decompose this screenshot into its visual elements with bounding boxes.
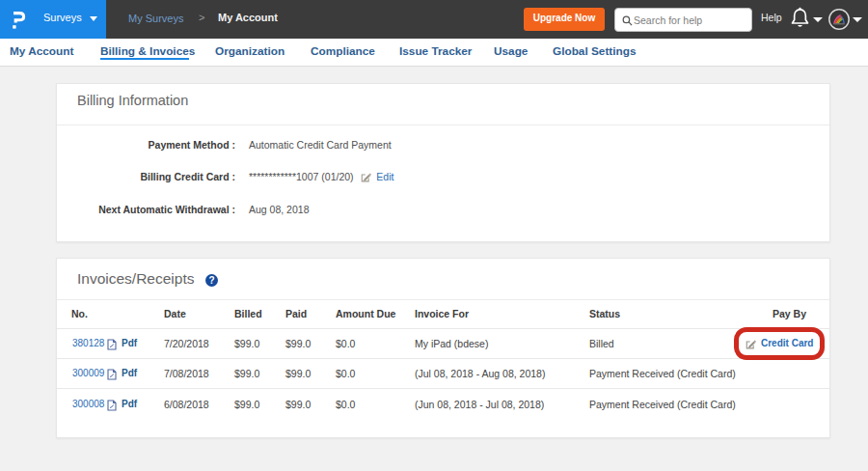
svg-text:?: ?	[208, 275, 214, 286]
